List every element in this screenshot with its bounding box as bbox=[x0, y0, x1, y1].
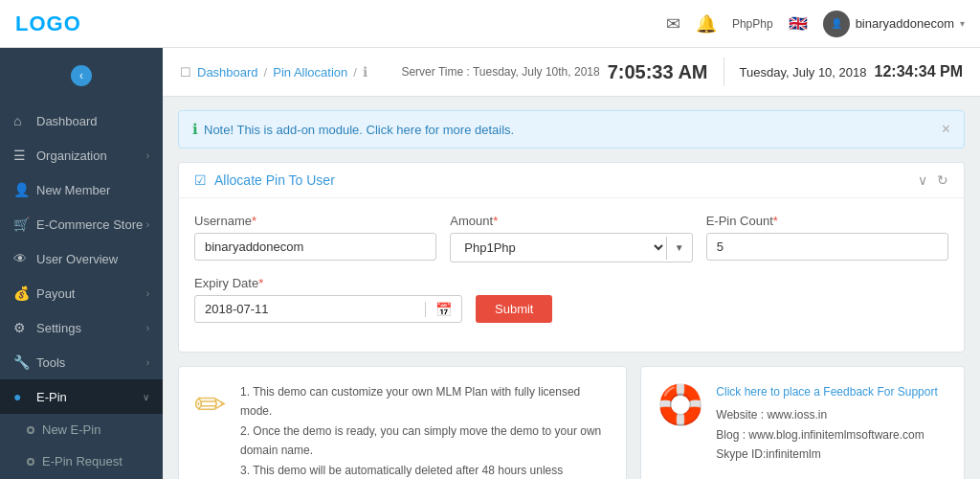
sidebar-toggle-area: ‹ bbox=[0, 48, 163, 103]
sidebar-label-dashboard: Dashboard bbox=[36, 114, 98, 128]
expiry-date-wrap: 📅 bbox=[194, 295, 462, 323]
allocate-pin-card: ☑ Allocate Pin To User ∨ ↻ Username* bbox=[178, 162, 965, 353]
org-icon: ☰ bbox=[13, 148, 29, 163]
sidebar-item-user-overview[interactable]: 👁 User Overview bbox=[0, 241, 163, 276]
card-collapse-icon[interactable]: ∨ bbox=[918, 172, 927, 188]
epin-count-input[interactable] bbox=[706, 233, 948, 261]
ecommerce-icon: 🛒 bbox=[13, 217, 29, 232]
collapse-icon: ‹ bbox=[79, 69, 83, 82]
username-label: Username* bbox=[194, 214, 436, 228]
alert-close-button[interactable]: × bbox=[942, 121, 950, 138]
sidebar-item-ecommerce[interactable]: 🛒 E-Commerce Store › bbox=[0, 207, 163, 241]
expiry-label: Expiry Date* bbox=[194, 276, 462, 290]
sidebar-label-new-member: New Member bbox=[36, 183, 110, 197]
epin-chevron-icon: ∨ bbox=[143, 392, 149, 402]
settings-chevron-icon: › bbox=[146, 323, 149, 333]
avatar: 👤 bbox=[823, 11, 850, 37]
sidebar-item-payout[interactable]: 💰 Payout › bbox=[0, 276, 163, 310]
amount-select-arrow-icon: ▼ bbox=[667, 242, 692, 253]
sidebar-label-tools: Tools bbox=[36, 355, 65, 370]
sidebar-collapse-button[interactable]: ‹ bbox=[71, 65, 92, 86]
info-point-2: 2. Once the demo is ready, you can simpl… bbox=[240, 424, 601, 457]
info-point-1: 1. This demo can customize your own MLM … bbox=[240, 385, 580, 418]
sidebar-item-settings[interactable]: ⚙ Settings › bbox=[0, 310, 163, 345]
submit-button[interactable]: Submit bbox=[476, 295, 552, 323]
bell-icon[interactable]: 🔔 bbox=[696, 13, 717, 34]
payout-chevron-icon: › bbox=[146, 288, 149, 299]
pencil-icon: ✏ bbox=[194, 382, 227, 426]
content-area: ☐ Dashboard / Pin Allocation / ℹ Server … bbox=[163, 48, 980, 479]
alert-banner: ℹ Note! This is add-on module. Click her… bbox=[178, 110, 965, 148]
ecommerce-chevron-icon: › bbox=[146, 219, 149, 230]
card-title-icon: ☑ bbox=[194, 172, 207, 188]
epin-request-dot bbox=[27, 458, 34, 466]
amount-select-wrap: Php1Php ▼ bbox=[450, 233, 692, 262]
amount-label: Amount* bbox=[450, 214, 692, 228]
overview-icon: 👁 bbox=[13, 251, 29, 266]
username-label: binaryaddonecom bbox=[856, 16, 954, 31]
sidebar-label-epin-request: E-Pin Request bbox=[42, 454, 122, 468]
username-required: * bbox=[252, 214, 256, 228]
member-icon: 👤 bbox=[13, 182, 29, 197]
info-point-3: 3. This demo will be automatically delet… bbox=[240, 464, 563, 479]
sidebar-label-epin: E-Pin bbox=[36, 390, 67, 404]
card-body: Username* Amount* Php1Php bbox=[179, 198, 964, 352]
sidebar-label-ecommerce: E-Commerce Store bbox=[36, 217, 143, 232]
sidebar-label-user-overview: User Overview bbox=[36, 252, 118, 266]
user-menu[interactable]: 👤 binaryaddonecom ▾ bbox=[823, 11, 965, 37]
amount-select[interactable]: Php1Php bbox=[451, 234, 665, 262]
server-time-detail: 12:34:34 PM bbox=[875, 63, 964, 80]
server-time-label: Server Time : Tuesday, July 10th, 2018 bbox=[401, 65, 599, 79]
expiry-group: Expiry Date* 📅 bbox=[194, 276, 462, 323]
alert-icon: ℹ bbox=[192, 121, 198, 138]
username-group: Username* bbox=[194, 214, 436, 262]
support-card: 🛟 Click here to place a Feedback For Sup… bbox=[640, 366, 965, 479]
amount-group: Amount* Php1Php ▼ bbox=[450, 214, 692, 262]
calendar-icon[interactable]: 📅 bbox=[425, 302, 461, 317]
form-row-2: Expiry Date* 📅 Submit bbox=[194, 276, 948, 323]
breadcrumb: ☐ Dashboard / Pin Allocation / ℹ bbox=[180, 64, 368, 80]
new-epin-dot bbox=[27, 426, 34, 434]
tools-chevron-icon: › bbox=[146, 357, 149, 368]
sidebar-item-epin[interactable]: ● E-Pin ∨ bbox=[0, 379, 163, 414]
breadcrumb-sep1: / bbox=[264, 65, 268, 80]
sidebar-item-tools[interactable]: 🔧 Tools › bbox=[0, 345, 163, 379]
sidebar-label-organization: Organization bbox=[36, 148, 107, 163]
settings-icon: ⚙ bbox=[13, 320, 29, 335]
main-layout: ‹ ⌂ Dashboard ☰ Organization › 👤 New Mem… bbox=[0, 48, 980, 479]
sidebar-subitem-epin-request[interactable]: E-Pin Request bbox=[0, 445, 163, 477]
user-dropdown-icon: ▾ bbox=[960, 18, 965, 29]
epin-count-group: E-Pin Count* bbox=[706, 214, 948, 262]
card-actions: ∨ ↻ bbox=[918, 172, 948, 188]
lang-label: PhpPhp bbox=[732, 17, 773, 31]
info-section: ✏ 1. This demo can customize your own ML… bbox=[178, 366, 965, 479]
alert-message[interactable]: Note! This is add-on module. Click here … bbox=[204, 123, 514, 137]
payout-icon: 💰 bbox=[13, 285, 29, 301]
amount-required: * bbox=[493, 214, 498, 228]
sidebar-item-organization[interactable]: ☰ Organization › bbox=[0, 138, 163, 172]
breadcrumb-sep2: / bbox=[353, 65, 357, 80]
sidebar-item-dashboard[interactable]: ⌂ Dashboard bbox=[0, 103, 163, 138]
info-card: ✏ 1. This demo can customize your own ML… bbox=[178, 366, 627, 479]
expiry-date-input[interactable] bbox=[195, 296, 425, 322]
card-refresh-icon[interactable]: ↻ bbox=[937, 172, 948, 188]
logo: LOGO bbox=[15, 11, 81, 36]
breadcrumb-info-icon[interactable]: ℹ bbox=[363, 64, 368, 80]
support-website: Website : www.ioss.in bbox=[716, 408, 827, 422]
tools-icon: 🔧 bbox=[13, 354, 29, 370]
support-blog: Blog : www.blog.infinitemlmsoftware.com bbox=[716, 428, 924, 442]
mail-icon[interactable]: ✉ bbox=[666, 13, 680, 34]
epin-icon: ● bbox=[13, 389, 29, 404]
sidebar: ‹ ⌂ Dashboard ☰ Organization › 👤 New Mem… bbox=[0, 48, 163, 479]
sidebar-item-new-member[interactable]: 👤 New Member bbox=[0, 172, 163, 207]
epin-count-label: E-Pin Count* bbox=[706, 214, 948, 228]
support-icon: 🛟 bbox=[657, 382, 704, 427]
sidebar-subitem-new-epin[interactable]: New E-Pin bbox=[0, 414, 163, 445]
org-chevron-icon: › bbox=[146, 150, 149, 161]
breadcrumb-current: Pin Allocation bbox=[273, 65, 347, 80]
breadcrumb-home[interactable]: Dashboard bbox=[197, 65, 258, 80]
support-link[interactable]: Click here to place a Feedback For Suppo… bbox=[716, 382, 937, 401]
server-time-value: 7:05:33 AM bbox=[608, 61, 708, 83]
time-divider bbox=[724, 57, 724, 86]
username-input[interactable] bbox=[194, 233, 436, 261]
